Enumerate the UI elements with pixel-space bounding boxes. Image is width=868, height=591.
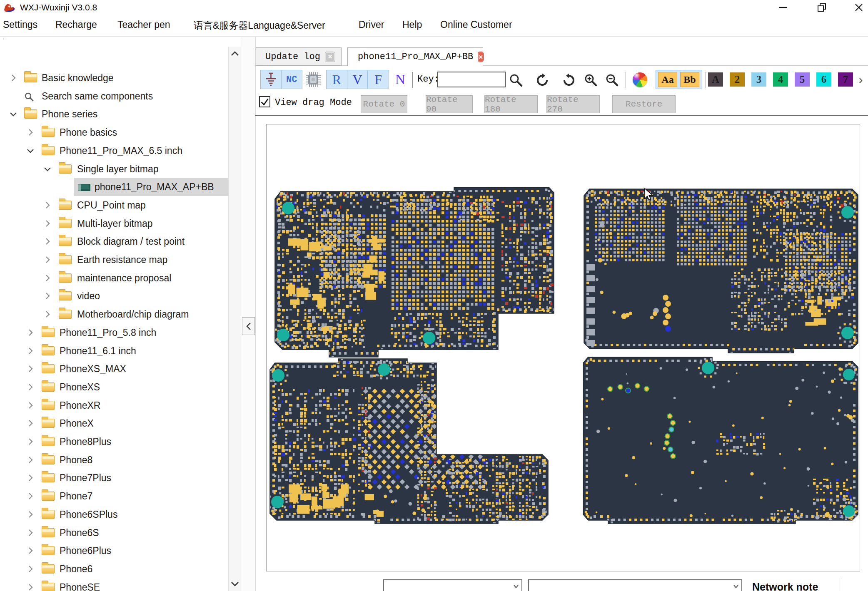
tree-item-block-diagram-test-point[interactable]: Block diagram / test point: [3, 232, 228, 251]
font-bb-button[interactable]: Bb: [680, 72, 699, 87]
tree-item-phonexs[interactable]: PhoneXS: [3, 378, 228, 396]
chevron-right-icon[interactable]: [43, 219, 52, 228]
tree-item-phonex[interactable]: PhoneX: [3, 414, 228, 432]
tree-item-phone8plus[interactable]: Phone8Plus: [3, 432, 228, 451]
f-tool-button[interactable]: F: [368, 70, 389, 89]
tree-item-phone-series[interactable]: Phone series: [3, 105, 228, 123]
chevron-right-icon[interactable]: [26, 419, 35, 427]
tree-item-single-layer-bitmap[interactable]: Single layer bitmap: [3, 160, 228, 178]
color-swatch-a[interactable]: A: [708, 72, 723, 87]
color-swatch-4[interactable]: 4: [773, 72, 788, 87]
tree-item-maintenance-proposal[interactable]: maintenance proposal: [3, 269, 228, 287]
chevron-right-icon[interactable]: [43, 274, 52, 282]
chevron-right-icon[interactable]: [43, 237, 52, 246]
tree-item-cpu-point-map[interactable]: CPU_Point map: [3, 196, 228, 214]
button-restore[interactable]: Restore: [612, 95, 676, 113]
tree-item-phone-basics[interactable]: Phone basics: [3, 123, 228, 142]
menu-item-help[interactable]: Help: [402, 19, 422, 30]
tree-item-phone8[interactable]: Phone8: [3, 451, 228, 469]
toolbar-overflow-arrow[interactable]: ›: [859, 73, 863, 87]
chevron-right-icon[interactable]: [26, 492, 35, 500]
chevron-right-icon[interactable]: [26, 583, 35, 591]
color-palette-button[interactable]: [633, 72, 647, 87]
chevron-right-icon[interactable]: [9, 74, 17, 82]
tree-item-phone11-pro-5-8-inch[interactable]: Phone11_Pro_5.8 inch: [3, 323, 228, 342]
tab-phone11-pro-max[interactable]: phone11_Pro_MAX_AP+BB ✕: [347, 47, 483, 66]
color-swatch-3[interactable]: 3: [751, 72, 766, 87]
chevron-right-icon[interactable]: [43, 310, 52, 318]
tree-item-phone11-pro-max-ap-bb[interactable]: phone11_Pro_MAX_AP+BB: [3, 178, 228, 196]
tree-item-basic-knowledge[interactable]: Basic knowledge: [3, 69, 228, 87]
tab-close-icon[interactable]: ✕: [478, 52, 483, 62]
tree-item-phone6[interactable]: Phone6: [3, 560, 228, 578]
button-rotate-90[interactable]: Rotate 90: [426, 95, 473, 113]
chevron-right-icon[interactable]: [26, 456, 35, 464]
ground-tool-button[interactable]: [261, 70, 282, 89]
find-button[interactable]: [509, 73, 523, 87]
color-swatch-5[interactable]: 5: [795, 72, 810, 87]
view-drag-mode-checkbox[interactable]: [259, 96, 270, 107]
chevron-right-icon[interactable]: [26, 347, 35, 355]
rotate-ccw-button[interactable]: [562, 73, 576, 87]
chevron-right-icon[interactable]: [26, 546, 35, 555]
chevron-right-icon[interactable]: [26, 365, 35, 373]
chevron-right-icon[interactable]: [26, 510, 35, 519]
menu-item-teacher-pen[interactable]: Teacher pen: [117, 19, 170, 30]
chevron-down-icon[interactable]: [9, 110, 17, 118]
sidebar-scrollbar[interactable]: [228, 47, 241, 591]
component-select-dropdown[interactable]: [383, 579, 522, 591]
chevron-right-icon[interactable]: [26, 128, 35, 137]
color-swatch-6[interactable]: 6: [816, 72, 831, 87]
tree-item-phonexr[interactable]: PhoneXR: [3, 396, 228, 415]
tree-item-earth-resistance-map[interactable]: Earth resistance map: [3, 251, 228, 269]
tree-item-phonese[interactable]: PhoneSE: [3, 578, 228, 591]
n-tool-button[interactable]: N: [392, 70, 409, 89]
chevron-right-icon[interactable]: [26, 529, 35, 537]
zoom-out-button[interactable]: [605, 73, 619, 87]
tree-item-phone11-pro-max-6-5-inch[interactable]: Phone11_Pro_MAX_6.5 inch: [3, 142, 228, 160]
panel-splitter[interactable]: [241, 37, 256, 591]
tree-item-search-same-components[interactable]: Search same components: [3, 87, 228, 105]
tab-close-icon[interactable]: ✕: [325, 52, 335, 62]
nc-tool-button[interactable]: NC: [282, 70, 302, 89]
voltage-tool-button[interactable]: V: [347, 70, 368, 89]
network-select-dropdown[interactable]: [528, 579, 742, 591]
key-search-input[interactable]: [437, 72, 506, 87]
button-rotate-270[interactable]: Rotate 270: [546, 95, 600, 113]
rotate-cw-button[interactable]: [535, 73, 549, 87]
chip-tool-button[interactable]: [305, 72, 321, 87]
scroll-up-icon[interactable]: [230, 51, 239, 57]
chevron-down-icon[interactable]: [26, 147, 35, 155]
tree-item-video[interactable]: video: [3, 287, 228, 305]
button-rotate-180[interactable]: Rotate 180: [484, 95, 538, 113]
tree-item-multi-layer-bitmap[interactable]: Multi-layer bitmap: [3, 214, 228, 233]
minimize-button[interactable]: [774, 1, 792, 14]
resistor-tool-button[interactable]: R: [327, 70, 347, 89]
menu-item-recharge[interactable]: Recharge: [55, 19, 97, 30]
chevron-right-icon[interactable]: [26, 437, 35, 446]
tree-item-phone6s[interactable]: Phone6S: [3, 524, 228, 542]
close-button[interactable]: [850, 1, 868, 14]
font-aa-button[interactable]: Aa: [658, 72, 677, 87]
color-swatch-7[interactable]: 7: [838, 72, 853, 87]
chevron-right-icon[interactable]: [26, 565, 35, 573]
tree-item-phone11-6-1-inch[interactable]: Phone11_6.1 inch: [3, 342, 228, 360]
zoom-in-button[interactable]: [584, 73, 598, 87]
chevron-right-icon[interactable]: [26, 383, 35, 391]
button-rotate-0[interactable]: Rotate 0: [361, 95, 407, 113]
chevron-right-icon[interactable]: [26, 474, 35, 482]
chevron-right-icon[interactable]: [43, 256, 52, 264]
chevron-down-icon[interactable]: [43, 165, 52, 173]
menu-item-language-server[interactable]: 语言&服务器Language&Server: [194, 19, 325, 32]
pcb-canvas[interactable]: [267, 124, 860, 571]
tab-update-log[interactable]: Update log ✕: [256, 47, 342, 66]
tree-item-phone7[interactable]: Phone7: [3, 487, 228, 505]
chevron-right-icon[interactable]: [43, 292, 52, 300]
menu-item-settings[interactable]: Settings: [3, 19, 37, 30]
chevron-right-icon[interactable]: [26, 401, 35, 410]
tree-item-phone7plus[interactable]: Phone7Plus: [3, 469, 228, 487]
menu-item-driver[interactable]: Driver: [359, 19, 384, 30]
color-swatch-2[interactable]: 2: [730, 72, 745, 87]
tree-item-phonexs-max[interactable]: PhoneXS_MAX: [3, 360, 228, 378]
tree-item-phone6splus[interactable]: Phone6SPlus: [3, 505, 228, 524]
